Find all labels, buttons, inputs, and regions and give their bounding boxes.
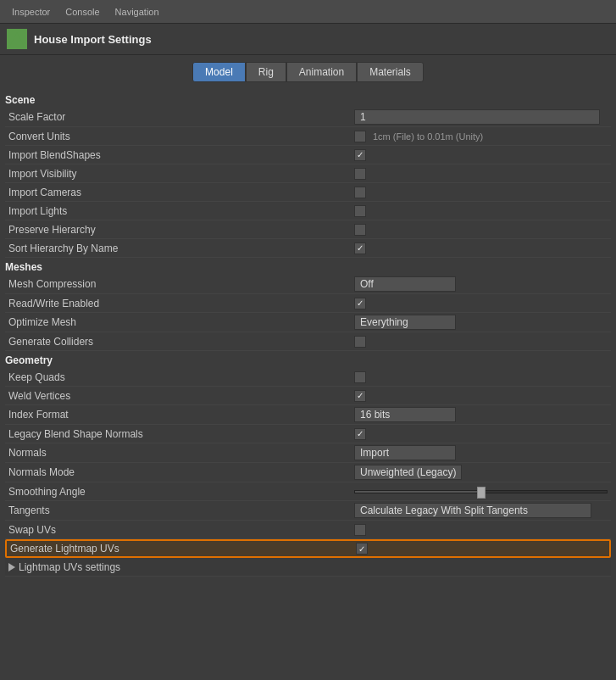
dropdown-optimize-mesh[interactable]: Everything — [354, 315, 456, 330]
label-import-visibility: Import Visibility — [5, 166, 351, 181]
tab-animation[interactable]: Animation — [286, 62, 357, 82]
row-legacy-blend-shape-normals: Legacy Blend Shape Normals — [5, 425, 611, 443]
checkbox-keep-quads[interactable] — [354, 371, 366, 383]
value-import-blendshapes — [351, 148, 611, 163]
label-generate-colliders: Generate Colliders — [5, 334, 351, 349]
label-lightmap-uvs-settings: Lightmap UVs settings — [5, 560, 351, 575]
row-generate-colliders: Generate Colliders — [5, 332, 611, 351]
page-title: House Import Settings — [34, 33, 152, 46]
checkbox-swap-uvs[interactable] — [354, 524, 366, 536]
label-swap-uvs: Swap UVs — [5, 522, 351, 538]
value-weld-vertices — [351, 388, 611, 404]
label-normals: Normals — [5, 445, 351, 460]
slider-track[interactable] — [354, 490, 608, 493]
row-weld-vertices: Weld Vertices — [5, 387, 611, 405]
checkbox-import-cameras[interactable] — [354, 187, 366, 198]
section-geometry: Geometry — [5, 351, 611, 368]
row-import-lights: Import Lights — [5, 202, 611, 220]
row-optimize-mesh: Optimize Mesh Everything — [5, 313, 611, 332]
value-normals: Import — [351, 443, 611, 462]
row-mesh-compression: Mesh Compression Off — [5, 275, 611, 294]
header-bar: Inspector Console Navigation — [0, 0, 616, 24]
row-tangents: Tangents Calculate Legacy With Split Tan… — [5, 501, 611, 521]
tab-rig[interactable]: Rig — [246, 62, 286, 82]
dropdown-normals[interactable]: Import — [354, 445, 456, 460]
value-generate-colliders — [351, 334, 611, 349]
dropdown-mesh-compression[interactable]: Off — [354, 276, 456, 292]
checkbox-generate-lightmap-uvs[interactable] — [356, 543, 368, 555]
row-import-visibility: Import Visibility — [5, 164, 611, 183]
value-import-lights — [351, 203, 611, 219]
label-convert-units: Convert Units — [5, 129, 351, 144]
row-normals-mode: Normals Mode Unweighted (Legacy) — [5, 463, 611, 482]
value-convert-units: 1cm (File) to 0.01m (Unity) — [351, 129, 611, 144]
slider-thumb[interactable] — [477, 487, 486, 499]
value-preserve-hierarchy — [351, 222, 611, 237]
tab-materials[interactable]: Materials — [357, 62, 424, 82]
top-tabs: Inspector Console Navigation — [5, 5, 166, 19]
row-read-write: Read/Write Enabled — [5, 294, 611, 313]
checkbox-convert-units[interactable] — [354, 131, 366, 142]
value-optimize-mesh: Everything — [351, 313, 611, 332]
row-import-blendshapes: Import BlendShapes — [5, 146, 611, 164]
row-convert-units: Convert Units 1cm (File) to 0.01m (Unity… — [5, 127, 611, 146]
tab-navigation[interactable]: Navigation — [108, 5, 166, 19]
dropdown-tangents[interactable]: Calculate Legacy With Split Tangents — [354, 503, 591, 518]
checkbox-import-lights[interactable] — [354, 205, 366, 217]
scale-factor-input[interactable]: 1 — [354, 109, 600, 125]
row-scale-factor: Scale Factor 1 — [5, 108, 611, 127]
label-import-cameras: Import Cameras — [5, 185, 351, 200]
label-generate-lightmap-uvs: Generate Lightmap UVs — [7, 541, 352, 556]
label-import-lights: Import Lights — [5, 203, 351, 219]
value-normals-mode: Unweighted (Legacy) — [351, 463, 611, 482]
checkbox-preserve-hierarchy[interactable] — [354, 224, 366, 236]
row-generate-lightmap-uvs: Generate Lightmap UVs — [5, 539, 611, 558]
value-swap-uvs — [351, 522, 611, 538]
svg-marker-0 — [10, 32, 24, 46]
value-tangents: Calculate Legacy With Split Tangents — [351, 501, 611, 520]
row-keep-quads: Keep Quads — [5, 368, 611, 387]
checkbox-legacy-blend-shape-normals[interactable] — [354, 428, 366, 440]
value-read-write — [351, 296, 611, 311]
label-legacy-blend-shape-normals: Legacy Blend Shape Normals — [5, 426, 351, 442]
checkbox-read-write[interactable] — [354, 298, 366, 309]
value-import-visibility — [351, 166, 611, 181]
checkbox-sort-hierarchy[interactable] — [354, 242, 366, 254]
label-normals-mode: Normals Mode — [5, 465, 351, 480]
checkbox-import-visibility[interactable] — [354, 168, 366, 180]
checkbox-import-blendshapes[interactable] — [354, 149, 366, 161]
value-generate-lightmap-uvs — [352, 541, 609, 556]
value-index-format: 16 bits — [351, 405, 611, 424]
tab-console[interactable]: Console — [58, 5, 106, 19]
label-keep-quads: Keep Quads — [5, 370, 351, 385]
dropdown-index-format[interactable]: 16 bits — [354, 407, 456, 422]
label-scale-factor: Scale Factor — [5, 109, 351, 125]
row-normals: Normals Import — [5, 443, 611, 463]
label-index-format: Index Format — [5, 407, 351, 422]
label-mesh-compression: Mesh Compression — [5, 276, 351, 292]
value-legacy-blend-shape-normals — [351, 426, 611, 442]
label-tangents: Tangents — [5, 503, 351, 518]
tab-inspector[interactable]: Inspector — [5, 5, 57, 19]
smoothing-angle-slider-container — [354, 490, 608, 493]
collapse-icon[interactable] — [8, 563, 15, 571]
checkbox-generate-colliders[interactable] — [354, 336, 366, 348]
checkbox-weld-vertices[interactable] — [354, 390, 366, 402]
row-swap-uvs: Swap UVs — [5, 521, 611, 539]
row-import-cameras: Import Cameras — [5, 183, 611, 202]
label-smoothing-angle: Smoothing Angle — [5, 484, 351, 499]
value-keep-quads — [351, 370, 611, 385]
section-meshes: Meshes — [5, 258, 611, 275]
value-sort-hierarchy — [351, 241, 611, 256]
slider-fill — [355, 491, 481, 493]
value-smoothing-angle — [351, 488, 611, 495]
model-tab-row: Model Rig Animation Materials — [0, 55, 616, 87]
label-sort-hierarchy: Sort Hierarchy By Name — [5, 241, 351, 256]
dropdown-normals-mode[interactable]: Unweighted (Legacy) — [354, 465, 462, 480]
row-sort-hierarchy: Sort Hierarchy By Name — [5, 239, 611, 258]
value-lightmap-uvs-settings — [351, 566, 611, 569]
value-scale-factor: 1 — [351, 108, 611, 126]
label-preserve-hierarchy: Preserve Hierarchy — [5, 222, 351, 237]
label-weld-vertices: Weld Vertices — [5, 388, 351, 404]
tab-model[interactable]: Model — [192, 62, 246, 82]
